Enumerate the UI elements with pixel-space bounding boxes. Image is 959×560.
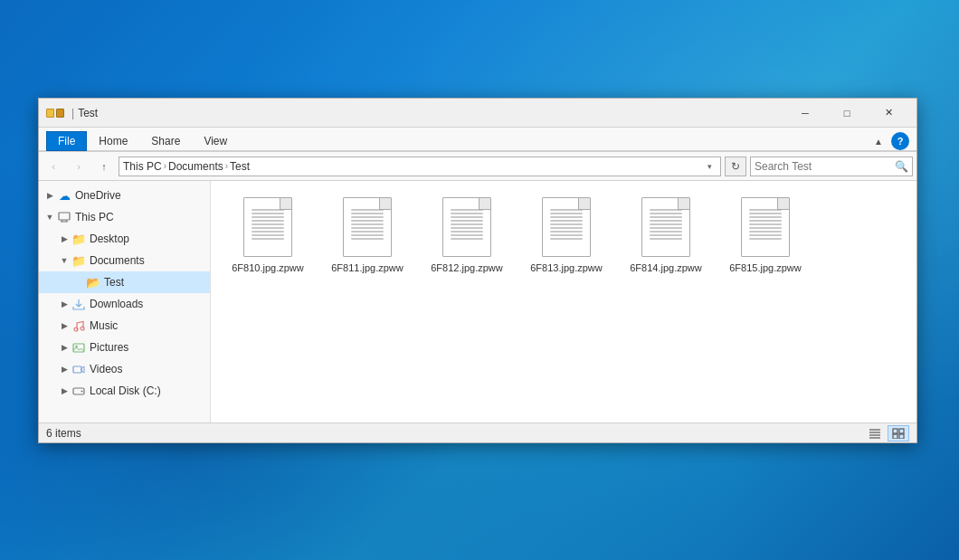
refresh-button[interactable]: ↻ xyxy=(725,157,746,176)
sidebar-label-localdisk: Local Disk (C:) xyxy=(90,384,161,397)
expand-arrow-localdisk: ▶ xyxy=(57,384,71,398)
file-item[interactable]: 6F814.jpg.zpww xyxy=(616,188,716,279)
close-button[interactable]: ✕ xyxy=(868,99,909,128)
ribbon: File Home Share View ▲ ? xyxy=(39,128,916,152)
videos-folder-icon xyxy=(71,362,86,376)
expand-arrow-desktop: ▶ xyxy=(57,232,71,246)
file-item[interactable]: 6F811.jpg.zpww xyxy=(318,188,417,279)
file-name: 6F810.jpg.zpww xyxy=(232,261,304,274)
svg-point-10 xyxy=(81,390,83,392)
breadcrumb-documents: Documents xyxy=(168,160,223,173)
help-button[interactable]: ? xyxy=(891,132,909,150)
sidebar-item-music[interactable]: ▶ Music xyxy=(39,315,210,337)
ribbon-expand-button[interactable]: ▲ xyxy=(869,132,888,150)
tab-home[interactable]: Home xyxy=(87,130,139,150)
file-item[interactable]: 6F815.jpg.zpww xyxy=(716,188,815,279)
svg-rect-15 xyxy=(893,429,897,433)
desktop-folder-icon: 📁 xyxy=(71,232,86,246)
tab-view[interactable]: View xyxy=(192,130,239,150)
sidebar-item-desktop[interactable]: ▶ 📁 Desktop xyxy=(39,228,210,250)
maximize-button[interactable]: □ xyxy=(826,99,868,128)
file-item[interactable]: 6F812.jpg.zpww xyxy=(417,188,517,279)
search-input[interactable] xyxy=(755,160,895,173)
music-folder-icon xyxy=(71,318,86,333)
documents-folder-icon: 📁 xyxy=(71,253,86,268)
file-name: 6F813.jpg.zpww xyxy=(530,261,603,274)
svg-point-5 xyxy=(81,327,84,330)
sidebar-item-documents[interactable]: ▼ 📁 Documents xyxy=(39,250,210,271)
doc-icon xyxy=(741,197,790,257)
svg-point-4 xyxy=(74,327,78,331)
expand-arrow-pictures: ▶ xyxy=(57,340,71,355)
pictures-folder-icon xyxy=(71,340,86,355)
sidebar-label-onedrive: OneDrive xyxy=(75,189,121,202)
sidebar-item-onedrive[interactable]: ▶ ☁ OneDrive xyxy=(39,185,210,206)
sidebar: ▶ ☁ OneDrive ▼ This PC ▶ 📁 Desktop ▼ xyxy=(39,181,211,422)
details-view-button[interactable] xyxy=(864,425,886,441)
file-name: 6F814.jpg.zpww xyxy=(630,261,702,274)
onedrive-icon: ☁ xyxy=(57,188,71,203)
search-box[interactable]: 🔍 xyxy=(750,157,913,176)
localdisk-icon xyxy=(71,384,86,398)
file-area: 6F810.jpg.zpww 6F811.jpg.zpww 6F812.jpg.… xyxy=(211,181,916,422)
test-folder-icon: 📂 xyxy=(86,275,100,289)
breadcrumb: This PC › Documents › Test xyxy=(123,160,250,173)
file-name: 6F815.jpg.zpww xyxy=(729,261,802,274)
svg-rect-0 xyxy=(59,213,70,220)
address-bar: ‹ › ↑ This PC › Documents › Test ▾ ↻ 🔍 xyxy=(39,152,916,181)
forward-button[interactable]: › xyxy=(68,156,90,177)
search-icon[interactable]: 🔍 xyxy=(895,160,908,173)
address-dropdown-button[interactable]: ▾ xyxy=(702,162,717,171)
file-icon-wrap xyxy=(537,196,595,258)
address-bar-input[interactable]: This PC › Documents › Test ▾ xyxy=(119,157,721,176)
downloads-folder-icon xyxy=(71,297,86,311)
title-bar: | Test ─ □ ✕ xyxy=(39,99,916,128)
icons-view-button[interactable] xyxy=(888,425,909,441)
expand-arrow-downloads: ▶ xyxy=(57,297,71,311)
expand-arrow-onedrive: ▶ xyxy=(43,188,57,203)
svg-rect-8 xyxy=(73,366,81,373)
status-item-count: 6 items xyxy=(46,427,864,440)
doc-icon xyxy=(243,197,292,257)
title-separator: | xyxy=(71,107,74,119)
minimize-button[interactable]: ─ xyxy=(784,99,826,128)
svg-rect-18 xyxy=(899,434,904,439)
sidebar-item-thispc[interactable]: ▼ This PC xyxy=(39,206,210,228)
file-item[interactable]: 6F813.jpg.zpww xyxy=(517,188,616,279)
expand-arrow-music: ▶ xyxy=(57,318,71,333)
sidebar-label-test: Test xyxy=(104,276,124,289)
sidebar-label-videos: Videos xyxy=(90,363,122,375)
file-icon-wrap xyxy=(736,196,794,258)
sidebar-label-pictures: Pictures xyxy=(90,341,128,354)
doc-icon xyxy=(442,197,491,257)
sidebar-label-documents: Documents xyxy=(90,254,145,267)
thispc-icon xyxy=(57,210,71,224)
sidebar-label-desktop: Desktop xyxy=(90,233,129,245)
window-controls: ─ □ ✕ xyxy=(784,99,909,128)
sidebar-label-music: Music xyxy=(90,319,118,332)
tab-file[interactable]: File xyxy=(46,131,87,151)
file-icon-wrap xyxy=(438,196,496,258)
up-button[interactable]: ↑ xyxy=(93,156,115,177)
sidebar-label-downloads: Downloads xyxy=(90,298,143,310)
svg-rect-17 xyxy=(893,434,897,439)
main-area: ▶ ☁ OneDrive ▼ This PC ▶ 📁 Desktop ▼ xyxy=(39,181,916,422)
file-item[interactable]: 6F810.jpg.zpww xyxy=(218,188,318,279)
title-bar-icon xyxy=(46,106,64,120)
sidebar-item-pictures[interactable]: ▶ Pictures xyxy=(39,337,210,358)
expand-arrow-thispc: ▼ xyxy=(43,210,57,224)
tab-share[interactable]: Share xyxy=(139,130,192,150)
file-icon-wrap xyxy=(338,196,396,258)
breadcrumb-sep-2: › xyxy=(225,161,228,171)
ribbon-tabs: File Home Share View ▲ ? xyxy=(39,128,916,151)
sidebar-item-videos[interactable]: ▶ Videos xyxy=(39,358,210,380)
file-name: 6F812.jpg.zpww xyxy=(431,261,503,274)
doc-icon xyxy=(542,197,591,257)
sidebar-item-downloads[interactable]: ▶ Downloads xyxy=(39,293,210,315)
file-name: 6F811.jpg.zpww xyxy=(331,261,404,274)
sidebar-label-thispc: This PC xyxy=(75,211,114,223)
sidebar-item-test[interactable]: ▶ 📂 Test xyxy=(39,271,210,293)
folder-icon-small-2 xyxy=(56,109,64,118)
back-button[interactable]: ‹ xyxy=(43,156,64,177)
sidebar-item-localdisk[interactable]: ▶ Local Disk (C:) xyxy=(39,380,210,402)
